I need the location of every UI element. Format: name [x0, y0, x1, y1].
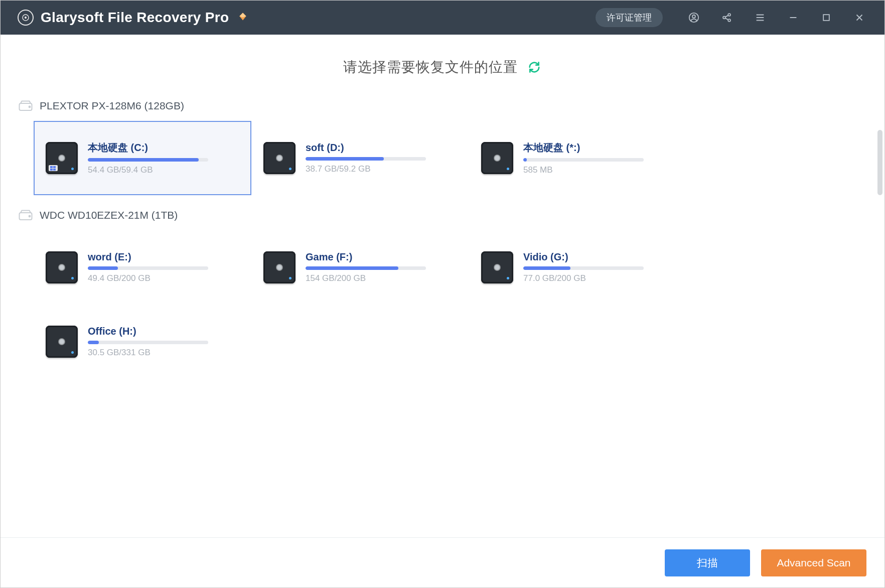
footer: 扫描 Advanced Scan [1, 537, 884, 587]
partition-size: 54.4 GB/59.4 GB [88, 165, 239, 175]
svg-point-6 [728, 19, 730, 22]
partition-label: 本地硬盘 (*:) [523, 141, 675, 155]
advanced-scan-button[interactable]: Advanced Scan [761, 549, 866, 576]
usage-bar [306, 157, 426, 161]
pro-badge-icon [236, 12, 248, 24]
partition-info: Office (H:)30.5 GB/331 GB [88, 326, 239, 358]
app-window: Glarysoft File Recovery Pro 许可证管理 请选择需要恢… [0, 0, 885, 588]
usage-bar [306, 266, 426, 270]
partition-label: Game (F:) [306, 251, 457, 263]
drive-list[interactable]: PLEXTOR PX-128M6 (128GB)本地硬盘 (C:)54.4 GB… [1, 92, 884, 537]
partition-card[interactable]: 本地硬盘 (*:)585 MB [469, 121, 687, 195]
titlebar: Glarysoft File Recovery Pro 许可证管理 [1, 1, 884, 35]
partition-size: 585 MB [523, 165, 675, 175]
partition-grid: 本地硬盘 (C:)54.4 GB/59.4 GBsoft (D:)38.7 GB… [19, 121, 866, 195]
drive-icon [481, 251, 513, 283]
partition-label: 本地硬盘 (C:) [88, 141, 239, 155]
partition-size: 30.5 GB/331 GB [88, 348, 239, 358]
usage-bar [88, 341, 208, 344]
minimize-button[interactable] [783, 8, 803, 28]
drive-icon [263, 251, 296, 283]
disk-section: PLEXTOR PX-128M6 (128GB)本地硬盘 (C:)54.4 GB… [19, 96, 866, 195]
partition-info: soft (D:)38.7 GB/59.2 GB [306, 142, 457, 174]
hard-disk-icon [19, 100, 33, 111]
partition-size: 49.4 GB/200 GB [88, 273, 239, 283]
drive-icon [46, 251, 78, 283]
partition-card[interactable]: Vidio (G:)77.0 GB/200 GB [469, 230, 687, 305]
usage-bar [88, 266, 208, 270]
drive-icon [46, 326, 78, 358]
partition-label: soft (D:) [306, 142, 457, 154]
usage-bar [523, 158, 644, 162]
disk-section: WDC WD10EZEX-21M (1TB)word (E:)49.4 GB/2… [19, 205, 866, 379]
usage-bar [88, 158, 208, 162]
hard-disk-icon [19, 210, 33, 221]
partition-size: 154 GB/200 GB [306, 273, 457, 283]
partition-size: 38.7 GB/59.2 GB [306, 164, 457, 174]
menu-icon[interactable] [750, 8, 770, 28]
license-manage-button[interactable]: 许可证管理 [596, 8, 663, 27]
share-icon[interactable] [717, 8, 737, 28]
scan-button[interactable]: 扫描 [665, 549, 750, 576]
close-button[interactable] [849, 8, 869, 28]
maximize-button[interactable] [816, 8, 836, 28]
svg-rect-7 [823, 15, 829, 21]
drive-icon [481, 142, 513, 174]
svg-rect-11 [53, 166, 56, 168]
app-title: Glarysoft File Recovery Pro [41, 10, 229, 26]
partition-card[interactable]: Office (H:)30.5 GB/331 GB [34, 305, 251, 379]
partition-info: word (E:)49.4 GB/200 GB [88, 251, 239, 283]
app-logo-icon [18, 10, 34, 26]
page-heading: 请选择需要恢复文件的位置 [343, 58, 518, 77]
account-icon[interactable] [684, 8, 704, 28]
partition-info: Vidio (G:)77.0 GB/200 GB [523, 251, 675, 283]
partition-label: word (E:) [88, 251, 239, 263]
heading-row: 请选择需要恢复文件的位置 [1, 35, 884, 92]
partition-grid: word (E:)49.4 GB/200 GBGame (F:)154 GB/2… [19, 230, 866, 379]
partition-info: Game (F:)154 GB/200 GB [306, 251, 457, 283]
partition-size: 77.0 GB/200 GB [523, 273, 675, 283]
partition-info: 本地硬盘 (C:)54.4 GB/59.4 GB [88, 141, 239, 175]
partition-label: Office (H:) [88, 326, 239, 337]
svg-rect-12 [50, 169, 53, 171]
svg-point-15 [29, 216, 31, 217]
partition-card[interactable]: word (E:)49.4 GB/200 GB [34, 230, 251, 305]
drive-icon [263, 142, 296, 174]
svg-rect-10 [50, 166, 53, 168]
svg-point-3 [692, 15, 695, 18]
usage-bar [523, 266, 644, 270]
disk-name: PLEXTOR PX-128M6 (128GB) [40, 100, 184, 112]
svg-point-5 [728, 14, 730, 16]
partition-card[interactable]: soft (D:)38.7 GB/59.2 GB [251, 121, 469, 195]
svg-point-1 [25, 17, 27, 19]
partition-info: 本地硬盘 (*:)585 MB [523, 141, 675, 175]
main-content: 请选择需要恢复文件的位置 PLEXTOR PX-128M6 (128GB)本地硬… [1, 35, 884, 537]
scrollbar[interactable] [877, 130, 882, 195]
partition-card[interactable]: Game (F:)154 GB/200 GB [251, 230, 469, 305]
windows-badge-icon [49, 165, 58, 171]
svg-point-9 [29, 106, 31, 108]
drive-icon [46, 142, 78, 174]
svg-rect-13 [53, 169, 56, 171]
disk-name: WDC WD10EZEX-21M (1TB) [40, 209, 178, 221]
refresh-button[interactable] [527, 60, 542, 75]
disk-header: WDC WD10EZEX-21M (1TB) [19, 205, 866, 230]
disk-header: PLEXTOR PX-128M6 (128GB) [19, 96, 866, 121]
svg-point-4 [723, 17, 725, 19]
partition-label: Vidio (G:) [523, 251, 675, 263]
partition-card[interactable]: 本地硬盘 (C:)54.4 GB/59.4 GB [34, 121, 251, 195]
